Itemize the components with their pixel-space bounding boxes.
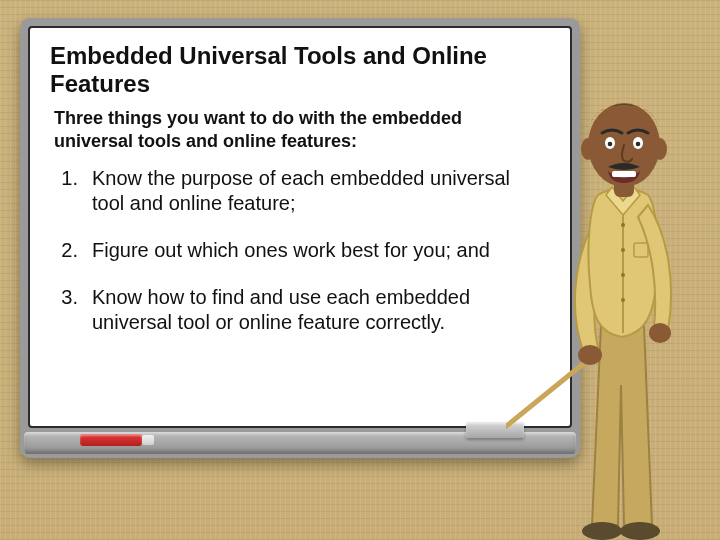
- svg-point-6: [621, 248, 625, 252]
- list-number: 1.: [56, 166, 78, 216]
- slide-stage: Embedded Universal Tools and Online Feat…: [0, 0, 720, 540]
- slide-subtitle: Three things you want to do with the emb…: [54, 107, 524, 152]
- svg-point-2: [620, 522, 660, 540]
- svg-rect-19: [612, 171, 636, 177]
- list-number: 2.: [56, 238, 78, 263]
- list-item: 3. Know how to find and use each embedde…: [56, 285, 526, 335]
- slide-title: Embedded Universal Tools and Online Feat…: [50, 42, 550, 97]
- list-text: Know how to find and use each embedded u…: [92, 285, 526, 335]
- red-marker-icon: [80, 434, 142, 446]
- teacher-illustration: [506, 55, 720, 540]
- shoes: [582, 522, 660, 540]
- svg-point-1: [582, 522, 622, 540]
- whiteboard: Embedded Universal Tools and Online Feat…: [20, 18, 580, 458]
- svg-point-17: [608, 142, 613, 147]
- svg-point-10: [649, 323, 671, 343]
- svg-point-8: [621, 298, 625, 302]
- head: [581, 103, 667, 187]
- svg-point-14: [653, 138, 667, 160]
- svg-point-13: [581, 138, 595, 160]
- svg-point-7: [621, 273, 625, 277]
- list-item: 1. Know the purpose of each embedded uni…: [56, 166, 526, 216]
- svg-line-0: [506, 355, 594, 475]
- svg-point-18: [636, 142, 641, 147]
- list-item: 2. Figure out which ones work best for y…: [56, 238, 526, 263]
- list-number: 3.: [56, 285, 78, 335]
- list-text: Figure out which ones work best for you;…: [92, 238, 490, 263]
- svg-point-3: [578, 345, 602, 365]
- svg-point-5: [621, 223, 625, 227]
- list-text: Know the purpose of each embedded univer…: [92, 166, 526, 216]
- numbered-list: 1. Know the purpose of each embedded uni…: [50, 166, 526, 335]
- whiteboard-surface: Embedded Universal Tools and Online Feat…: [28, 26, 572, 428]
- pointer-stick-icon: [506, 355, 594, 475]
